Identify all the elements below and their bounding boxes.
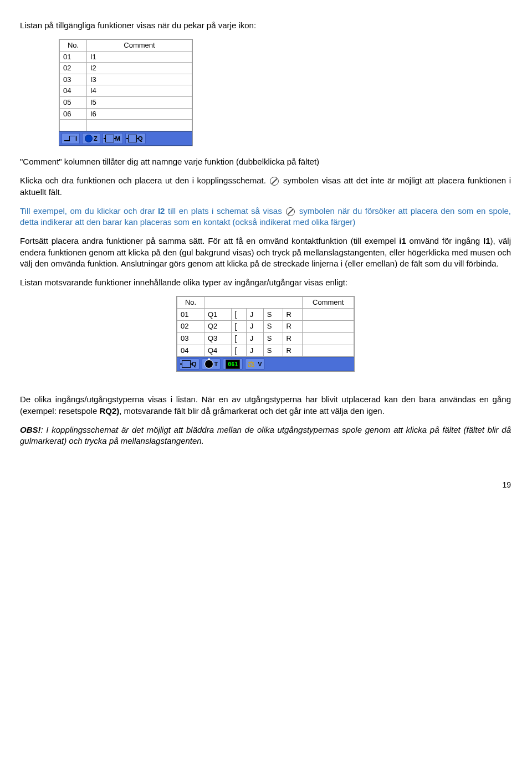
table-row: 01I1 — [60, 51, 192, 63]
table-row: 04 Q4 [ J S R — [177, 345, 354, 357]
paragraph-drag: Klicka och dra funktionen och placera ut… — [20, 175, 511, 198]
page-number: 19 — [20, 480, 511, 490]
coil-icon — [128, 135, 137, 142]
circle-icon — [85, 135, 93, 142]
table-row: 06I6 — [60, 108, 192, 120]
col-header-no: No. — [60, 40, 87, 52]
prohibit-icon — [286, 207, 295, 216]
col-header-blank — [204, 297, 303, 309]
compare-button[interactable]: V — [245, 358, 264, 370]
contact-line-button[interactable]: I — [62, 133, 80, 144]
q-coil-button[interactable]: Q — [125, 133, 146, 144]
timer-icon — [204, 360, 213, 368]
paragraph-io-list: Listan motsvarande funktioner innehållan… — [20, 277, 511, 288]
z-button[interactable]: Z — [82, 133, 100, 144]
coil-icon — [182, 360, 191, 368]
table-row: 02 Q2 [ J S R — [177, 320, 354, 332]
col-header-comment: Comment — [87, 40, 192, 52]
m-coil-button[interactable]: M — [103, 133, 123, 144]
table-row: 03 Q3 [ J S R — [177, 332, 354, 345]
toolbar: I Z M Q — [59, 131, 192, 146]
line-icon — [64, 136, 74, 141]
scale-icon — [248, 360, 257, 368]
counter-icon: 061 — [226, 360, 240, 370]
paragraph-iotypes: De olika ingångs/utgångstyperna visas i … — [20, 394, 511, 417]
table-row: 04I4 — [60, 85, 192, 97]
q-coil-button[interactable]: Q — [179, 358, 200, 370]
counter-button[interactable]: 061 — [223, 358, 243, 370]
col-header-no: No. — [177, 297, 204, 309]
table-row: 01 Q1 [ J S R — [177, 308, 354, 320]
paragraph-example: Till exempel, om du klickar och drar I2 … — [20, 206, 511, 228]
table-row: 02I2 — [60, 63, 192, 74]
prohibit-icon — [270, 177, 279, 186]
function-list-screenshot: No. Comment 01I1 02I2 03I3 04I4 05I5 06I… — [59, 39, 511, 146]
paragraph-note: OBS!: I kopplingsschemat är det möjligt … — [20, 424, 511, 447]
paragraph-continue: Fortsätt placera andra funktioner på sam… — [20, 235, 511, 269]
intro-text: Listan på tillgängliga funktioner visas … — [20, 20, 511, 31]
col-header-comment: Comment — [303, 297, 354, 309]
table-row: 03I3 — [60, 74, 192, 85]
coil-icon — [105, 135, 114, 142]
table-row: 05I5 — [60, 96, 192, 108]
paragraph-comment: "Comment" kolumnen tillåter dig att namn… — [20, 156, 511, 167]
timer-button[interactable]: T — [202, 358, 221, 370]
io-types-screenshot: No. Comment 01 Q1 [ J S R 02 Q2 [ J S R — [20, 296, 511, 372]
toolbar: Q T 061 V — [177, 357, 354, 371]
